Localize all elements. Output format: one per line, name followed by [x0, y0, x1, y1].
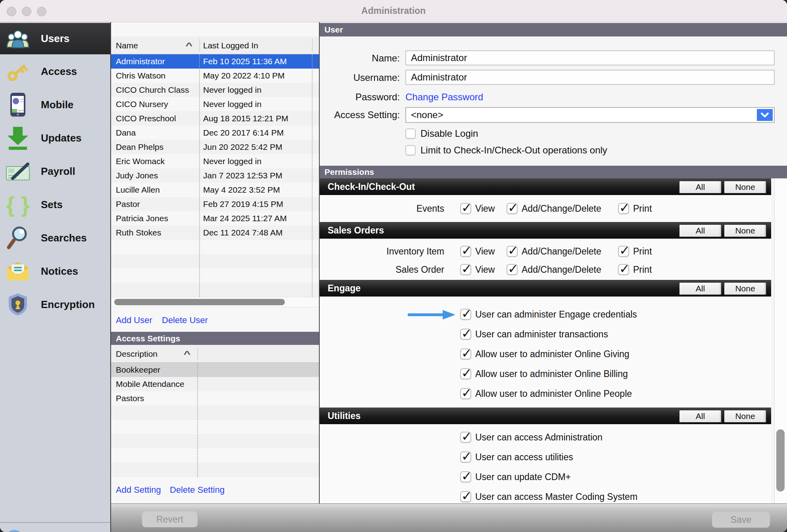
sidebar-item-label: Sets	[41, 189, 63, 220]
sidebar-item-label: Notices	[41, 255, 78, 287]
sidebar-item-updates[interactable]: Updates	[0, 122, 111, 154]
section-bar-utilities: Utilities All None	[320, 408, 771, 424]
collapse-chevrons-icon[interactable]: «	[5, 530, 24, 532]
checkin-none-button[interactable]: None	[724, 181, 766, 193]
empty-row	[111, 434, 320, 448]
section-bar-sales-orders: Sales Orders All None	[320, 222, 771, 239]
inventory-item-print-checkbox[interactable]: ✓	[618, 246, 629, 257]
engage-transactions-checkbox[interactable]: ✓	[460, 329, 471, 340]
revert-button[interactable]: Revert	[142, 511, 198, 527]
engage-item-label: User can administer transactions	[475, 329, 608, 340]
sales-order-view-checkbox[interactable]: ✓	[460, 264, 471, 275]
users-horizontal-scrollbar-thumb[interactable]	[114, 299, 285, 305]
user-row-eric-womack[interactable]: Eric WomackNever logged in	[111, 154, 320, 168]
limit-checkin-checkout-checkbox[interactable]	[405, 145, 416, 155]
access-setting-row-mobile-attendance[interactable]: Mobile Attendance	[111, 377, 320, 391]
sidebar-item-label: Updates	[41, 122, 82, 154]
engage-item-label: User can administer Engage credentials	[475, 309, 637, 320]
engage-permissions-block: ✓ User can administer Engage credentials…	[320, 297, 771, 408]
sales-order-add-change-delete-checkbox[interactable]: ✓	[507, 264, 518, 275]
engage-item-label: Allow user to administer Online Billing	[475, 368, 628, 379]
delete-setting-button[interactable]: Delete Setting	[170, 485, 225, 495]
empty-row	[111, 240, 320, 254]
magnifier-icon	[5, 225, 31, 251]
sidebar-item-payroll[interactable]: Payroll	[0, 155, 111, 187]
empty-row	[111, 254, 320, 268]
users-horizontal-scrollbar[interactable]	[111, 297, 320, 307]
events-add-change-delete-checkbox[interactable]: ✓	[507, 203, 518, 214]
footer-bar: Revert Save	[111, 503, 787, 532]
access-settings-panel-header: Access Settings	[111, 332, 320, 345]
sidebar-item-notices[interactable]: Notices	[0, 255, 111, 287]
engage-all-button[interactable]: All	[679, 282, 722, 295]
sidebar-item-users[interactable]: Users	[0, 23, 111, 54]
name-field[interactable]	[405, 50, 775, 65]
panel-divider[interactable]	[319, 22, 320, 503]
access-utilities-checkbox[interactable]: ✓	[460, 452, 471, 463]
online-people-checkbox[interactable]: ✓	[460, 388, 471, 399]
sort-ascending-icon: ^	[183, 345, 190, 363]
disable-login-label: Disable Login	[420, 128, 478, 139]
empty-row	[111, 268, 320, 283]
envelope-icon	[5, 258, 31, 284]
engage-credentials-checkbox[interactable]: ✓	[460, 309, 471, 320]
column-separator	[312, 54, 313, 297]
collapse-button[interactable]: Collapse	[41, 530, 83, 532]
sidebar-footer-divider	[0, 522, 111, 523]
mobile-phone-icon	[5, 92, 31, 118]
user-row-pastor[interactable]: PastorFeb 27 2019 4:15 PM	[111, 197, 320, 211]
chevron-down-icon[interactable]	[757, 109, 773, 121]
add-user-button[interactable]: Add User	[116, 315, 152, 325]
sales-order-print-checkbox[interactable]: ✓	[618, 264, 629, 275]
disable-login-checkbox[interactable]	[405, 128, 416, 139]
inventory-item-view-checkbox[interactable]: ✓	[460, 246, 471, 257]
sales-none-button[interactable]: None	[724, 224, 766, 237]
inventory-item-add-change-delete-checkbox[interactable]: ✓	[507, 246, 518, 257]
online-giving-checkbox[interactable]: ✓	[460, 348, 471, 360]
access-setting-row-pastors[interactable]: Pastors	[111, 391, 320, 406]
utilities-none-button[interactable]: None	[724, 410, 766, 423]
user-row-ruth-stokes[interactable]: Ruth StokesDec 11 2024 7:48 AM	[111, 226, 320, 240]
user-row-patricia-jones[interactable]: Patricia JonesMar 24 2025 11:27 AM	[111, 211, 320, 226]
utilities-all-button[interactable]: All	[679, 410, 722, 423]
sidebar-item-sets[interactable]: { } Sets	[0, 189, 111, 220]
checkin-all-button[interactable]: All	[679, 181, 722, 193]
annotation-arrow-icon	[407, 309, 456, 320]
add-setting-button[interactable]: Add Setting	[116, 485, 161, 495]
column-header-description[interactable]: Description	[116, 345, 157, 363]
change-password-link[interactable]: Change Password	[405, 89, 483, 105]
update-cdm-checkbox[interactable]: ✓	[460, 471, 471, 482]
sidebar-item-access[interactable]: Access	[0, 55, 111, 87]
master-coding-system-checkbox[interactable]: ✓	[460, 491, 471, 502]
online-billing-checkbox[interactable]: ✓	[460, 368, 471, 379]
access-setting-dropdown[interactable]: <none>	[405, 107, 775, 123]
save-button[interactable]: Save	[712, 512, 770, 528]
sidebar-item-searches[interactable]: Searches	[0, 222, 111, 254]
user-row-dana[interactable]: DanaDec 20 2017 6:14 PM	[111, 126, 320, 140]
sidebar-item-encryption[interactable]: Encryption	[0, 289, 111, 320]
access-administration-checkbox[interactable]: ✓	[460, 432, 471, 443]
permissions-vertical-scrollbar-thumb[interactable]	[776, 429, 785, 492]
username-label: Username:	[278, 70, 400, 86]
utilities-item-label: User can access Administration	[475, 432, 603, 443]
access-setting-value: <none>	[411, 108, 443, 122]
utilities-item-label: User can update CDM+	[475, 471, 571, 482]
username-field[interactable]	[405, 70, 775, 85]
column-header-name[interactable]: Name	[116, 36, 138, 54]
sales-permissions-block: Inventory Item ✓ View ✓ Add/Change/Delet…	[320, 239, 771, 280]
user-row-dean-phelps[interactable]: Dean PhelpsJun 20 2022 5:42 PM	[111, 140, 320, 154]
user-row-lucille-allen[interactable]: Lucille AllenMay 4 2022 3:52 PM	[111, 183, 320, 197]
checkin-permissions-block: Events ✓ View ✓ Add/Change/Delete ✓ Prin…	[320, 195, 771, 222]
sales-all-button[interactable]: All	[679, 224, 722, 237]
sidebar-item-label: Access	[41, 55, 77, 87]
access-setting-row-bookkeeper[interactable]: Bookkeeper	[111, 363, 320, 377]
sidebar-item-mobile[interactable]: Mobile	[0, 89, 111, 121]
delete-user-button[interactable]: Delete User	[162, 315, 208, 325]
column-header-last-logged-in[interactable]: Last Logged In	[203, 36, 258, 54]
engage-none-button[interactable]: None	[724, 282, 766, 295]
events-print-checkbox[interactable]: ✓	[618, 203, 629, 214]
events-view-checkbox[interactable]: ✓	[460, 203, 471, 214]
user-row-judy-jones[interactable]: Judy JonesJan 7 2023 12:53 PM	[111, 168, 320, 183]
name-label: Name:	[278, 50, 400, 66]
users-group-icon	[5, 26, 31, 52]
